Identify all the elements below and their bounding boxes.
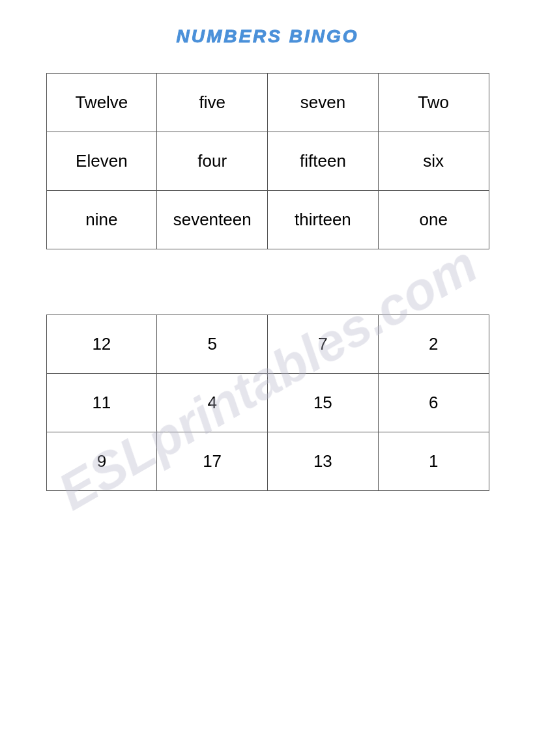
- number-cell-0-3: 2: [378, 315, 489, 374]
- word-cell-1-1: four: [157, 132, 268, 191]
- number-cell-1-1: 4: [157, 374, 268, 432]
- word-cell-1-0: Eleven: [46, 132, 157, 191]
- number-cell-2-1: 17: [157, 432, 268, 491]
- word-cell-2-1: seventeen: [157, 191, 268, 249]
- word-cell-0-0: Twelve: [46, 74, 157, 132]
- word-cell-1-3: six: [378, 132, 489, 191]
- number-cell-0-2: 7: [268, 315, 379, 374]
- word-cell-1-2: fifteen: [268, 132, 379, 191]
- number-cell-0-1: 5: [157, 315, 268, 374]
- number-cell-1-0: 11: [46, 374, 157, 432]
- number-cell-2-3: 1: [378, 432, 489, 491]
- word-cell-2-2: thirteen: [268, 191, 379, 249]
- tables-wrapper: TwelvefivesevenTwoElevenfourfifteensixni…: [13, 73, 522, 524]
- number-cell-1-2: 15: [268, 374, 379, 432]
- word-cell-0-3: Two: [378, 74, 489, 132]
- word-cell-2-0: nine: [46, 191, 157, 249]
- number-cell-1-3: 6: [378, 374, 489, 432]
- word-bingo-table: TwelvefivesevenTwoElevenfourfifteensixni…: [46, 73, 489, 249]
- word-cell-0-2: seven: [268, 74, 379, 132]
- number-cell-2-2: 13: [268, 432, 379, 491]
- number-cell-0-0: 12: [46, 315, 157, 374]
- number-bingo-table: 12572114156917131: [46, 315, 489, 491]
- number-cell-2-0: 9: [46, 432, 157, 491]
- word-cell-2-3: one: [378, 191, 489, 249]
- word-cell-0-1: five: [157, 74, 268, 132]
- page-title: NUMBERS BINGO: [176, 26, 358, 47]
